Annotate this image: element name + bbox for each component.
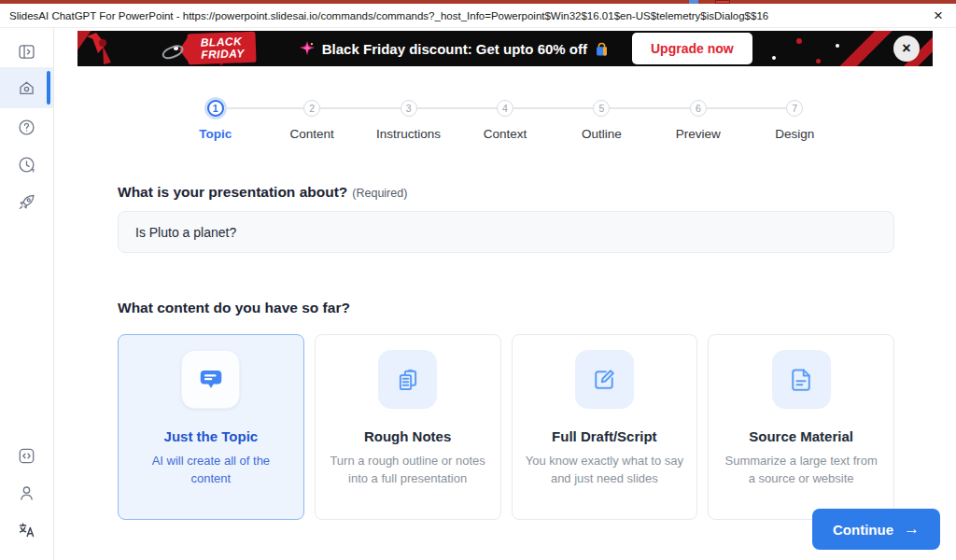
card-title: Just the Topic	[131, 428, 291, 444]
step-number: 2	[303, 100, 320, 117]
card-title: Source Material	[721, 428, 881, 444]
card-source-material[interactable]: Source Material Summarize a large text f…	[708, 334, 894, 520]
continue-label: Continue	[833, 522, 893, 538]
background-window-fragment	[689, 0, 698, 4]
card-icon-box	[575, 350, 634, 409]
history-icon	[17, 155, 36, 175]
help-icon	[17, 118, 36, 137]
step-label: Context	[484, 127, 527, 141]
card-icon-box	[378, 350, 437, 409]
dot-decoration	[816, 59, 821, 63]
dot-decoration	[772, 56, 776, 60]
step-outline[interactable]: 5 Outline	[554, 100, 650, 141]
continue-button[interactable]: Continue →	[812, 509, 940, 550]
step-context[interactable]: 4 Context	[457, 100, 553, 141]
ribbon-bow-icon	[77, 31, 143, 66]
step-label: Instructions	[376, 127, 441, 141]
sidebar-item-home[interactable]	[0, 67, 53, 108]
topic-question-text: What is your presentation about?	[118, 184, 347, 200]
rocket-icon	[17, 192, 36, 212]
step-label: Design	[775, 127, 814, 141]
step-number: 7	[786, 100, 803, 117]
banner-close-button[interactable]: ×	[893, 35, 920, 62]
step-label: Outline	[582, 127, 622, 141]
step-number: 5	[593, 100, 610, 117]
code-icon	[17, 446, 36, 466]
content-type-cards: Just the Topic AI will create all of the…	[118, 334, 894, 520]
sidebar-item-language[interactable]	[0, 511, 53, 549]
card-title: Rough Notes	[328, 428, 488, 444]
panel-toggle-icon	[17, 42, 36, 62]
arrow-right-icon: →	[904, 520, 920, 539]
powerpoint-window-edge	[0, 0, 956, 4]
card-icon-box	[181, 350, 240, 409]
card-full-draft-script[interactable]: Full Draft/Script You know exactly what …	[512, 334, 698, 520]
required-note: (Required)	[352, 187, 407, 200]
card-description: You know exactly what to say and just ne…	[525, 453, 685, 488]
content-question: What content do you have so far?	[118, 300, 894, 316]
dialog-title: SlidesAI ChatGPT For PowerPoint - https:…	[9, 10, 768, 21]
tag-line2: FRIDAY	[201, 48, 245, 61]
step-instructions[interactable]: 3 Instructions	[360, 100, 457, 141]
card-description: Summarize a large text from a source or …	[721, 453, 881, 488]
dot-decoration	[836, 44, 839, 48]
user-icon	[17, 483, 36, 503]
sidebar-item-help[interactable]	[0, 108, 53, 146]
translate-icon	[17, 521, 36, 540]
step-topic[interactable]: 1 Topic	[167, 100, 263, 141]
step-number: 1	[207, 100, 224, 117]
active-indicator	[47, 71, 50, 105]
step-preview[interactable]: 6 Preview	[650, 100, 746, 141]
step-number: 3	[401, 100, 417, 117]
step-number: 6	[690, 100, 707, 117]
document-icon	[787, 366, 815, 394]
wizard-stepper: 1 Topic 2 Content 3 Instructions 4 Conte…	[167, 100, 843, 141]
topic-question: What is your presentation about?(Require…	[118, 184, 894, 201]
sidebar-item-history[interactable]	[0, 146, 53, 183]
close-icon: ×	[902, 40, 910, 57]
presentation-topic-input[interactable]: Is Pluto a planet?	[118, 211, 894, 253]
dialog-title-bar: SlidesAI ChatGPT For PowerPoint - https:…	[0, 4, 956, 28]
step-content[interactable]: 2 Content	[263, 100, 359, 141]
chat-bubble-icon	[197, 366, 225, 394]
black-friday-banner: BLACK FRIDAY Black Friday discount: Get …	[77, 31, 933, 66]
black-friday-tag: BLACK FRIDAY	[187, 32, 256, 65]
dot-decoration	[796, 38, 802, 44]
home-icon	[17, 78, 36, 98]
card-just-the-topic[interactable]: Just the Topic AI will create all of the…	[118, 334, 304, 520]
banner-message: Black Friday discount: Get upto 60% off	[299, 40, 610, 57]
edit-pencil-icon	[590, 366, 618, 394]
sidebar-item-account[interactable]	[0, 474, 53, 511]
sidebar-item-upgrade[interactable]	[0, 183, 53, 220]
background-window-fragment	[715, 0, 730, 4]
card-icon-box	[772, 350, 831, 409]
dialog-main: BLACK FRIDAY Black Friday discount: Get …	[54, 28, 956, 560]
card-rough-notes[interactable]: Rough Notes Turn a rough outline or note…	[315, 334, 501, 520]
step-label: Topic	[199, 127, 232, 141]
sidebar	[0, 28, 54, 560]
form-content: What is your presentation about?(Require…	[54, 184, 956, 520]
sidebar-item-panel-toggle[interactable]	[0, 35, 53, 67]
sparkle-icon	[299, 40, 316, 57]
step-number: 4	[497, 100, 513, 117]
step-design[interactable]: 7 Design	[747, 100, 843, 141]
step-label: Content	[289, 127, 333, 141]
card-description: Turn a rough outline or notes into a ful…	[328, 453, 488, 488]
sidebar-item-developer[interactable]	[0, 437, 53, 474]
step-label: Preview	[676, 127, 721, 141]
clipboard-notes-icon	[394, 366, 422, 394]
banner-message-text: Black Friday discount: Get upto 60% off	[322, 41, 587, 57]
tag-string-decoration	[161, 43, 186, 62]
dialog-close-icon[interactable]: ×	[930, 7, 947, 23]
upgrade-now-button[interactable]: Upgrade now	[632, 33, 752, 64]
shopping-bag-icon	[594, 41, 610, 57]
card-description: AI will create all of the content	[131, 453, 291, 488]
card-title: Full Draft/Script	[525, 428, 685, 444]
